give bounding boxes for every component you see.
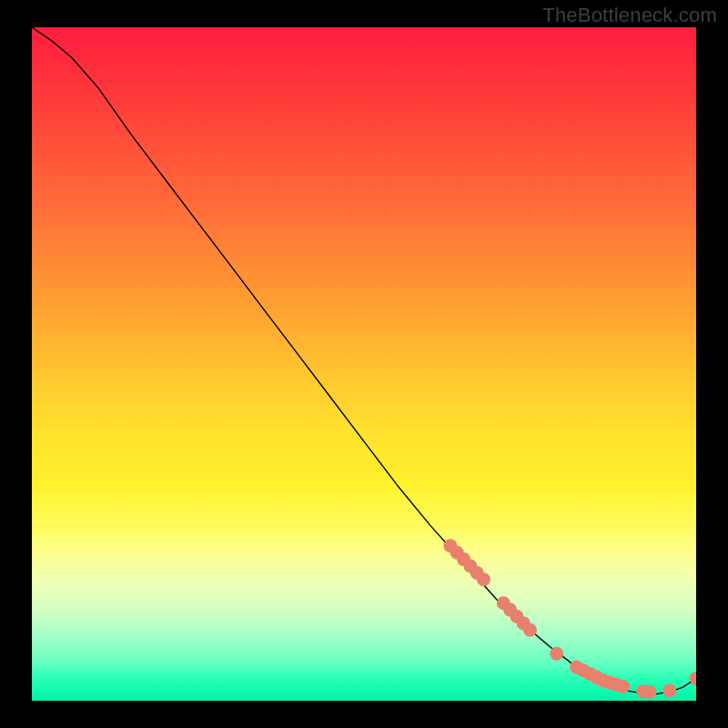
chart-stage: TheBottleneck.com [0, 0, 728, 728]
marker-dot [616, 680, 630, 693]
marker-dot [690, 672, 697, 685]
marker-dot [550, 647, 563, 661]
curve-line [32, 27, 696, 694]
watermark-text: TheBottleneck.com [542, 4, 717, 27]
marker-dot [523, 623, 537, 637]
plot-area [32, 27, 696, 701]
marker-dot [477, 572, 490, 586]
marker-group [443, 539, 696, 699]
chart-svg [32, 27, 696, 701]
marker-dot [662, 683, 676, 697]
marker-dot [642, 685, 656, 699]
